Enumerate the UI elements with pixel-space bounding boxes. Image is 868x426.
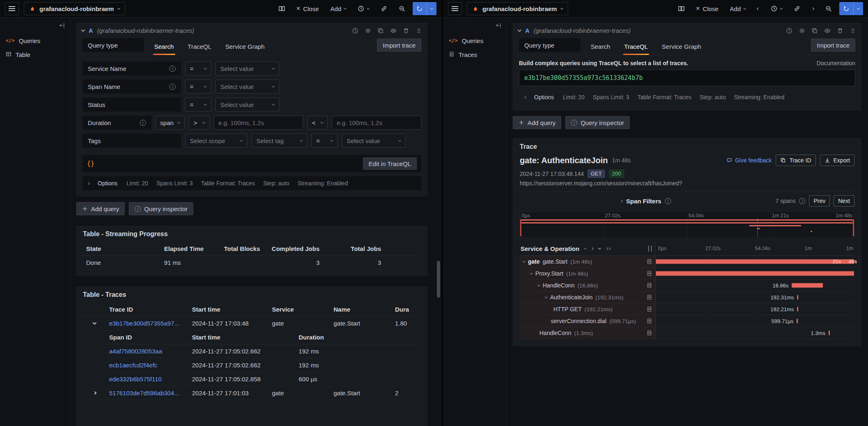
span-row-gate-start[interactable]: gate gate.Start (1m 48s) 21s 48s: [520, 256, 854, 268]
eye-icon[interactable]: [824, 27, 831, 34]
collapse-query-icon[interactable]: [81, 28, 85, 32]
close-split-button[interactable]: × Close: [692, 2, 723, 15]
time-range-button[interactable]: [767, 2, 786, 15]
column-header[interactable]: Total Blocks: [220, 245, 263, 252]
operator-select[interactable]: =: [185, 80, 211, 93]
tag-scope-select[interactable]: Select scope: [185, 134, 247, 148]
span-bar[interactable]: [656, 260, 854, 264]
tab-service-graph[interactable]: Service Graph: [224, 38, 266, 55]
span-logs-icon[interactable]: [646, 330, 652, 336]
zoom-out-button[interactable]: [821, 2, 836, 15]
span-row-serverconnection-dial[interactable]: serverConnection.dial (599.71µs) 599.71µ…: [520, 315, 854, 327]
span-logs-icon[interactable]: [646, 294, 652, 300]
span-bar[interactable]: [797, 319, 798, 323]
tab-traceql[interactable]: TraceQL: [187, 38, 213, 55]
span-bar[interactable]: [656, 271, 854, 276]
import-trace-button[interactable]: Import trace: [377, 39, 421, 52]
zoom-out-button[interactable]: [395, 2, 409, 15]
column-header[interactable]: Total Jobs: [323, 245, 384, 252]
info-icon[interactable]: i: [169, 84, 176, 90]
span-logs-icon[interactable]: [646, 306, 652, 312]
column-header[interactable]: Span ID: [106, 334, 189, 341]
span-logs-icon[interactable]: [646, 318, 652, 324]
column-header[interactable]: Trace ID: [106, 306, 189, 313]
span-row-proxy-start[interactable]: Proxy.Start (1m 48s): [520, 268, 854, 280]
info-icon[interactable]: i: [140, 120, 146, 126]
drag-handle-icon[interactable]: [416, 27, 422, 34]
run-query-button[interactable]: [839, 2, 863, 15]
query-ref-id[interactable]: A: [525, 27, 530, 34]
time-back-button[interactable]: [753, 2, 763, 15]
next-span-button[interactable]: Next: [834, 195, 854, 207]
collapse-query-icon[interactable]: [518, 28, 522, 32]
trace-id-link[interactable]: e3b17be300d57355a97...: [106, 320, 189, 327]
column-header[interactable]: Name: [330, 306, 392, 313]
info-icon[interactable]: i: [665, 198, 671, 204]
span-row-http-get[interactable]: HTTP GET (192.21ms) 192.21ms: [520, 303, 854, 315]
tab-search[interactable]: Search: [589, 38, 612, 55]
scrollbar-thumb[interactable]: [437, 261, 440, 298]
collapse-one-icon[interactable]: [584, 248, 586, 250]
span-bar[interactable]: [829, 331, 830, 335]
eye-icon[interactable]: [390, 27, 397, 34]
add-query-button[interactable]: Add query: [513, 116, 561, 129]
datasource-picker[interactable]: grafanacloud-robinbraem: [24, 2, 125, 15]
value-select[interactable]: Select value: [215, 62, 279, 75]
add-button[interactable]: Add: [726, 2, 750, 15]
trace-timeline-minimap[interactable]: 0µs 27.02s 54.04s 1m 21s 1m 48s: [520, 212, 854, 238]
gear-icon[interactable]: [799, 27, 805, 34]
trace-id-link[interactable]: 5176103de7d596ab304...: [106, 390, 189, 396]
trash-icon[interactable]: [403, 27, 409, 34]
lt-operator-select[interactable]: <: [307, 116, 328, 130]
prev-span-button[interactable]: Prev: [809, 195, 830, 207]
minimap-range-handle-right[interactable]: [853, 219, 854, 236]
span-logs-icon[interactable]: [646, 259, 652, 264]
chevron-down-icon[interactable]: [523, 260, 525, 262]
menu-icon[interactable]: [5, 2, 19, 15]
add-button[interactable]: Add: [326, 2, 350, 15]
span-bar[interactable]: [797, 295, 798, 300]
datasource-picker[interactable]: grafanacloud-robinbraem: [467, 2, 568, 15]
sidebar-item-queries[interactable]: </> Queries: [443, 34, 506, 48]
value-select[interactable]: Select value: [215, 80, 279, 93]
column-header[interactable]: Start time: [189, 334, 295, 341]
trash-icon[interactable]: [837, 27, 843, 34]
copy-icon[interactable]: [377, 27, 384, 34]
span-row-handleconn-2[interactable]: HandleConn (1.3ms) 1.3ms: [520, 327, 854, 339]
column-header[interactable]: Duration: [295, 334, 421, 341]
import-trace-button[interactable]: Import trace: [811, 39, 855, 52]
query-options-row[interactable]: Options Limit: 20 Spans Limit: 3 Table F…: [519, 90, 855, 104]
chevron-down-icon[interactable]: [545, 295, 548, 298]
history-icon[interactable]: [352, 27, 359, 34]
sidebar-item-queries[interactable]: </> Queries: [0, 34, 70, 48]
time-forward-button[interactable]: [808, 2, 818, 15]
operator-select[interactable]: =: [185, 98, 211, 112]
run-options-chevron[interactable]: [427, 2, 436, 15]
span-id-link[interactable]: ecb1aecfcd2f4efc: [106, 362, 189, 369]
tag-select[interactable]: Select tag: [251, 134, 307, 148]
span-id-link[interactable]: a4af7580028053aa: [106, 348, 189, 355]
time-range-button[interactable]: [354, 2, 373, 15]
chevron-right-icon[interactable]: [620, 199, 623, 202]
duration-max-input[interactable]: [332, 116, 421, 130]
menu-icon[interactable]: [448, 2, 462, 15]
run-query-button[interactable]: [413, 2, 436, 15]
share-link-button[interactable]: [377, 2, 391, 15]
tab-search[interactable]: Search: [153, 38, 175, 55]
give-feedback-link[interactable]: Give feedback: [726, 157, 772, 164]
row-expander-collapsed[interactable]: [83, 392, 106, 394]
expand-one-icon[interactable]: [591, 248, 593, 250]
span-logs-icon[interactable]: [646, 271, 652, 276]
service-operation-header[interactable]: Service & Operation: [521, 245, 579, 252]
export-button[interactable]: Export: [820, 155, 854, 166]
tab-traceql[interactable]: TraceQL: [623, 38, 649, 55]
column-header[interactable]: Elapsed Time: [161, 245, 220, 252]
column-header[interactable]: Completed Jobs: [263, 245, 323, 252]
span-filters-label[interactable]: Span Filters: [626, 198, 661, 205]
documentation-link[interactable]: Documentation: [817, 60, 855, 66]
value-select[interactable]: Select value: [215, 98, 279, 112]
tab-service-graph[interactable]: Service Graph: [660, 38, 702, 55]
history-icon[interactable]: [786, 27, 793, 34]
span-logs-icon[interactable]: [646, 282, 652, 288]
expand-all-icon[interactable]: [606, 248, 610, 250]
